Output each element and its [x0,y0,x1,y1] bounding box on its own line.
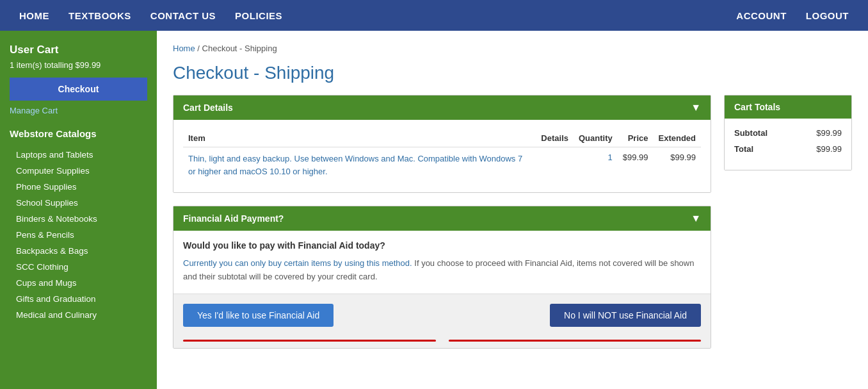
underline-deco-row [173,336,711,348]
sidebar-item-medical-culinary[interactable]: Medical and Culinary [10,307,147,323]
col-extended: Extended [653,129,701,147]
sidebar-item-phone-supplies[interactable]: Phone Supplies [10,179,147,195]
nav-home[interactable]: HOME [19,10,49,21]
sidebar-checkout-button[interactable]: Checkout [10,78,147,101]
main-content: Home / Checkout - Shipping Checkout - Sh… [157,31,868,389]
cart-item-description: Thin, light and easy backup. Use between… [183,147,536,183]
nav-account[interactable]: ACCOUNT [736,10,787,21]
financial-aid-no-button[interactable]: No I will NOT use Financial Aid [550,304,701,327]
cart-totals-body: Subtotal $99.99 Total $99.99 [725,119,851,170]
nav-right: ACCOUNT LOGOUT [736,10,849,21]
cart-details-body: Item Details Quantity Price Extended Thi… [173,120,711,192]
sidebar-item-computer-supplies[interactable]: Computer Supplies [10,163,147,179]
sidebar-item-laptops-tablets[interactable]: Laptops and Tablets [10,147,147,163]
sidebar-item-scc-clothing[interactable]: SCC Clothing [10,259,147,275]
nav-textbooks[interactable]: TEXTBOOKS [68,10,131,21]
page-title: Checkout - Shipping [173,63,852,83]
subtotal-value: $99.99 [816,128,842,138]
sidebar-item-backpacks-bags[interactable]: Backpacks & Bags [10,243,147,259]
total-row: Total $99.99 [734,144,842,154]
breadcrumb-current: Checkout - Shipping [202,44,277,53]
cart-details-chevron-icon[interactable]: ▼ [691,102,701,113]
nav-left: HOME TEXTBOOKS CONTACT US POLICIES [19,10,282,21]
nav-logout[interactable]: LOGOUT [806,10,849,21]
financial-aid-panel: Financial Aid Payment? ▼ Would you like … [173,206,711,349]
top-navigation: HOME TEXTBOOKS CONTACT US POLICIES ACCOU… [0,0,868,31]
cart-totals-header: Cart Totals [725,95,851,119]
sidebar-item-school-supplies[interactable]: School Supplies [10,195,147,211]
content-row: Cart Details ▼ Item Details Quantity Pri… [173,95,852,361]
financial-aid-button-row: Yes I'd like to use Financial Aid No I w… [173,294,711,336]
col-quantity: Quantity [574,129,618,147]
sidebar-item-binders-notebooks[interactable]: Binders & Notebooks [10,211,147,227]
financial-aid-body: Would you like to pay with Financial Aid… [173,231,711,294]
underline-deco-no [449,340,702,342]
subtotal-label: Subtotal [734,128,768,138]
col-details: Details [536,129,574,147]
subtotal-row: Subtotal $99.99 [734,128,842,138]
financial-aid-info: Currently you can only buy certain items… [183,257,701,284]
total-label: Total [734,144,753,154]
financial-aid-header: Financial Aid Payment? ▼ [173,206,711,231]
nav-contact-us[interactable]: CONTACT US [150,10,216,21]
financial-aid-header-label: Financial Aid Payment? [183,213,284,224]
page-title-part2: Shipping [264,63,334,83]
sidebar-item-cups-mugs[interactable]: Cups and Mugs [10,275,147,291]
cart-details-header-label: Cart Details [183,103,233,113]
table-row: Thin, light and easy backup. Use between… [183,147,701,183]
sidebar-catalog-title: Webstore Catalogs [10,128,147,139]
cart-item-extended: $99.99 [653,147,701,183]
sidebar-item-gifts-graduation[interactable]: Gifts and Graduation [10,291,147,307]
content-col-main: Cart Details ▼ Item Details Quantity Pri… [173,95,711,361]
sidebar-cart-count: 1 item(s) totalling $99.99 [10,60,147,70]
col-item: Item [183,129,536,147]
main-layout: User Cart 1 item(s) totalling $99.99 Che… [0,31,868,389]
breadcrumb-home[interactable]: Home [173,44,195,53]
cart-table: Item Details Quantity Price Extended Thi… [183,129,701,183]
total-value: $99.99 [816,144,842,154]
cart-item-price: $99.99 [618,147,654,183]
cart-item-quantity: 1 [574,147,618,183]
financial-aid-info-text1: Currently you can only buy certain items… [183,258,412,268]
underline-deco-yes [183,340,436,342]
sidebar: User Cart 1 item(s) totalling $99.99 Che… [0,31,157,389]
cart-totals-panel: Cart Totals Subtotal $99.99 Total $99.99 [724,95,852,170]
financial-aid-yes-button[interactable]: Yes I'd like to use Financial Aid [183,304,334,327]
cart-details-header: Cart Details ▼ [173,95,711,120]
nav-policies[interactable]: POLICIES [235,10,282,21]
financial-aid-question: Would you like to pay with Financial Aid… [183,240,701,251]
breadcrumb: Home / Checkout - Shipping [173,44,852,53]
breadcrumb-separator: / [197,44,202,53]
col-price: Price [618,129,654,147]
sidebar-item-pens-pencils[interactable]: Pens & Pencils [10,227,147,243]
sidebar-cart-title: User Cart [10,44,147,56]
financial-aid-chevron-icon[interactable]: ▼ [691,213,701,224]
page-title-part1: Checkout - [173,63,264,83]
sidebar-manage-cart-link[interactable]: Manage Cart [10,106,147,115]
cart-item-details [536,147,574,183]
cart-details-panel: Cart Details ▼ Item Details Quantity Pri… [173,95,711,193]
